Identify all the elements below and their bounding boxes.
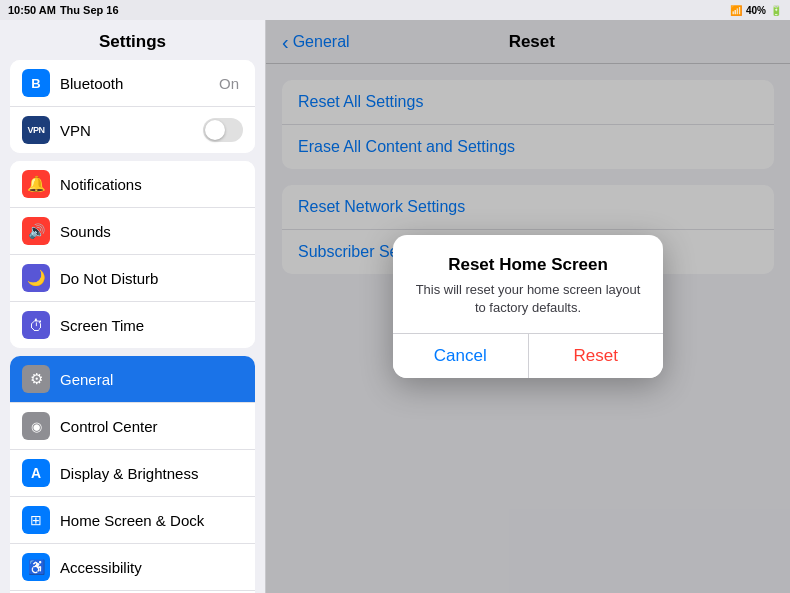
wifi-icon: 📶 [730, 5, 742, 16]
sidebar-label-screentime: Screen Time [60, 317, 243, 334]
main-layout: Settings B Bluetooth On VPN VPN 🔔 Notifi… [0, 20, 790, 593]
sidebar-general-section: ⚙ General ◉ Control Center A Display & B… [10, 356, 255, 593]
status-bar: 10:50 AM Thu Sep 16 📶 40% 🔋 [0, 0, 790, 20]
sidebar-item-screentime[interactable]: ⏱ Screen Time [10, 302, 255, 348]
sidebar-item-displaybrightness[interactable]: A Display & Brightness [10, 450, 255, 497]
screentime-icon: ⏱ [22, 311, 50, 339]
dialog-buttons: Cancel Reset [393, 333, 663, 378]
notifications-icon: 🔔 [22, 170, 50, 198]
sidebar-title: Settings [0, 20, 265, 60]
sidebar-label-accessibility: Accessibility [60, 559, 243, 576]
donotdisturb-icon: 🌙 [22, 264, 50, 292]
sidebar: Settings B Bluetooth On VPN VPN 🔔 Notifi… [0, 20, 266, 593]
vpn-toggle-thumb [205, 120, 225, 140]
sidebar-item-homescreen[interactable]: ⊞ Home Screen & Dock [10, 497, 255, 544]
dialog-cancel-button[interactable]: Cancel [393, 334, 529, 378]
sidebar-item-general[interactable]: ⚙ General [10, 356, 255, 403]
sidebar-label-sounds: Sounds [60, 223, 243, 240]
sidebar-main-section: 🔔 Notifications 🔊 Sounds 🌙 Do Not Distur… [10, 161, 255, 348]
bluetooth-icon: B [22, 69, 50, 97]
bluetooth-value: On [219, 75, 239, 92]
sidebar-label-homescreen: Home Screen & Dock [60, 512, 243, 529]
sidebar-label-general: General [60, 371, 243, 388]
battery-icon: 🔋 [770, 5, 782, 16]
accessibility-icon: ♿ [22, 553, 50, 581]
vpn-toggle[interactable] [203, 118, 243, 142]
homescreen-icon: ⊞ [22, 506, 50, 534]
sidebar-label-notifications: Notifications [60, 176, 243, 193]
status-left: 10:50 AM Thu Sep 16 [8, 4, 119, 16]
sidebar-top-section: B Bluetooth On VPN VPN [10, 60, 255, 153]
time-display: 10:50 AM [8, 4, 56, 16]
sidebar-item-notifications[interactable]: 🔔 Notifications [10, 161, 255, 208]
dialog-message: This will reset your home screen layout … [409, 281, 647, 317]
controlcenter-icon: ◉ [22, 412, 50, 440]
sidebar-item-bluetooth[interactable]: B Bluetooth On [10, 60, 255, 107]
dialog-overlay: Reset Home Screen This will reset your h… [266, 20, 790, 593]
battery-display: 40% [746, 5, 766, 16]
right-panel: ‹ General Reset Reset All Settings Erase… [266, 20, 790, 593]
sidebar-label-vpn: VPN [60, 122, 199, 139]
sidebar-item-controlcenter[interactable]: ◉ Control Center [10, 403, 255, 450]
dialog-body: Reset Home Screen This will reset your h… [393, 235, 663, 333]
sidebar-item-donotdisturb[interactable]: 🌙 Do Not Disturb [10, 255, 255, 302]
vpn-icon: VPN [22, 116, 50, 144]
sidebar-label-displaybrightness: Display & Brightness [60, 465, 243, 482]
dialog-title: Reset Home Screen [409, 255, 647, 275]
dialog: Reset Home Screen This will reset your h… [393, 235, 663, 378]
dialog-reset-button[interactable]: Reset [529, 334, 664, 378]
sidebar-label-bluetooth: Bluetooth [60, 75, 219, 92]
sidebar-label-donotdisturb: Do Not Disturb [60, 270, 243, 287]
displaybrightness-icon: A [22, 459, 50, 487]
sidebar-item-vpn[interactable]: VPN VPN [10, 107, 255, 153]
sidebar-item-sounds[interactable]: 🔊 Sounds [10, 208, 255, 255]
status-right: 📶 40% 🔋 [730, 5, 782, 16]
sounds-icon: 🔊 [22, 217, 50, 245]
sidebar-label-controlcenter: Control Center [60, 418, 243, 435]
general-icon: ⚙ [22, 365, 50, 393]
date-display: Thu Sep 16 [60, 4, 119, 16]
sidebar-item-accessibility[interactable]: ♿ Accessibility [10, 544, 255, 591]
